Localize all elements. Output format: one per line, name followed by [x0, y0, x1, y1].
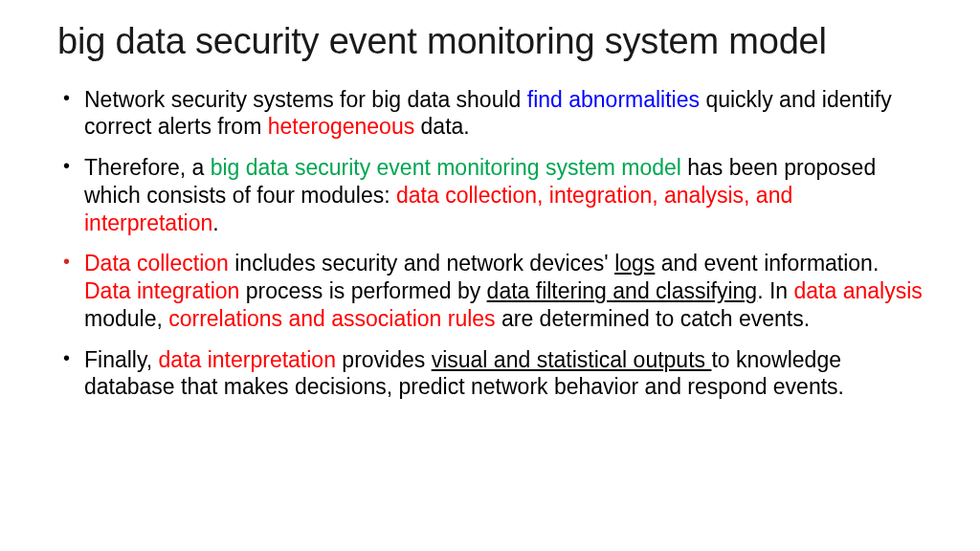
text-highlight-green: big data security event monitoring syste… [211, 155, 688, 180]
text: . [212, 210, 218, 235]
text: . In [757, 278, 793, 303]
text-highlight-red: Data collection [84, 251, 234, 276]
list-item: Network security systems for big data sh… [84, 86, 923, 142]
slide-title: big data security event monitoring syste… [57, 21, 923, 63]
text-highlight-red: data analysis [794, 278, 923, 303]
text: Therefore, a [84, 155, 211, 180]
text: process is performed by [246, 278, 487, 303]
text: Finally, [84, 347, 159, 372]
text: includes security and network devices' [234, 251, 614, 276]
text: are determined to catch events. [501, 306, 810, 331]
text-underline: data filtering and classifying [487, 278, 758, 303]
list-item: Therefore, a big data security event mon… [84, 154, 923, 236]
text-highlight-red: heterogeneous [268, 114, 421, 139]
text: Network security systems for big data sh… [84, 87, 527, 112]
text-highlight-red: correlations and association rules [168, 306, 501, 331]
text: module, [84, 306, 168, 331]
text-highlight-red: data interpretation [159, 347, 343, 372]
text: data. [421, 114, 470, 139]
list-item: Data collection includes security and ne… [84, 250, 923, 332]
text-underline: visual and statistical outputs [432, 347, 712, 372]
bullet-list: Network security systems for big data sh… [57, 86, 923, 402]
list-item: Finally, data interpretation provides vi… [84, 346, 923, 402]
text-highlight-blue: find abnormalities [527, 87, 706, 112]
text: provides [342, 347, 431, 372]
text: and event information. [655, 251, 879, 276]
text-underline: logs [614, 251, 655, 276]
text-highlight-red: Data integration [84, 278, 246, 303]
